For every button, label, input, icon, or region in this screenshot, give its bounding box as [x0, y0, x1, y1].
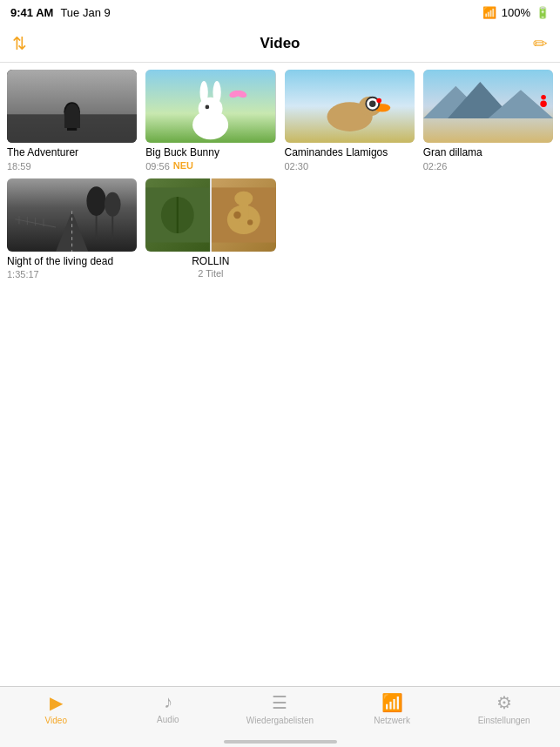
thumb-rollin: [145, 178, 275, 252]
home-indicator: [224, 740, 337, 744]
svg-point-43: [233, 211, 240, 218]
svg-point-23: [540, 100, 546, 106]
svg-point-24: [541, 95, 546, 100]
video-duration-caminandes: 02:30: [285, 161, 309, 172]
video-row-2: Night of the living dead 1:35:17: [0, 172, 560, 280]
video-title-gran: Gran dillama: [423, 146, 553, 160]
tab-playlists[interactable]: ☰ Wiedergabelisten: [224, 692, 336, 725]
edit-icon[interactable]: ✏: [533, 33, 548, 54]
thumb-gran-svg: [423, 70, 553, 143]
tab-playlists-label: Wiedergabelisten: [246, 716, 314, 725]
svg-rect-3: [67, 118, 77, 131]
battery-icon: 🔋: [536, 6, 550, 19]
tab-audio-label: Audio: [157, 715, 179, 724]
svg-point-2: [64, 102, 80, 121]
playlist-item-rollin[interactable]: ROLLIN 2 Titel: [145, 178, 275, 280]
svg-point-35: [105, 192, 121, 216]
thumb-caminandes-svg: [285, 70, 415, 143]
thumb-caminandes: [285, 70, 415, 143]
svg-point-7: [200, 81, 208, 104]
header: ⇅ Video ✏: [0, 24, 560, 63]
tab-video-label: Video: [45, 716, 67, 725]
video-title-night: Night of the living dead: [7, 255, 137, 269]
svg-point-8: [213, 81, 221, 104]
tab-video[interactable]: ▶ Video: [0, 692, 112, 725]
thumb-bigbuck: [145, 70, 275, 143]
svg-point-44: [247, 219, 253, 225]
video-duration-night: 1:35:17: [7, 269, 39, 279]
playlist-count-rollin: 2 Titel: [145, 268, 275, 279]
video-duration-adventurer: 18:59: [7, 161, 31, 172]
status-time: 9:41 AM: [10, 6, 53, 19]
video-item-adventurer[interactable]: The Adventurer 18:59: [7, 70, 137, 172]
tab-settings-icon: ⚙: [496, 692, 512, 713]
video-duration-gran: 02:26: [423, 161, 448, 172]
video-row-1: The Adventurer 18:59: [0, 63, 560, 172]
playlist-title-rollin: ROLLIN: [145, 255, 275, 267]
status-right: 📶 100% 🔋: [482, 6, 550, 19]
tab-playlists-icon: ☰: [272, 692, 287, 713]
tab-network-label: Netzwerk: [374, 716, 410, 725]
thumb-night-svg: [7, 178, 137, 252]
thumb-adventurer: [7, 70, 137, 143]
video-item-bigbuck[interactable]: Big Buck Bunny 09:56 NEU: [145, 70, 275, 172]
duration-row-gran: 02:26: [423, 160, 553, 172]
wifi-icon: 📶: [482, 6, 496, 19]
tab-audio[interactable]: ♪ Audio: [112, 692, 225, 724]
duration-row-bigbuck: 09:56 NEU: [145, 160, 275, 172]
tab-video-icon: ▶: [50, 692, 63, 713]
duration-row-night: 1:35:17: [7, 268, 137, 279]
tab-network[interactable]: 📶 Netzwerk: [336, 692, 449, 725]
rollin-sub-thumb-1: [145, 178, 210, 252]
badge-new-bigbuck: NEU: [173, 160, 193, 171]
svg-point-33: [86, 186, 105, 216]
tab-bar: ▶ Video ♪ Audio ☰ Wiedergabelisten 📶 Net…: [0, 686, 560, 747]
video-title-bigbuck: Big Buck Bunny: [145, 146, 275, 160]
video-item-gran[interactable]: Gran dillama 02:26: [423, 70, 553, 172]
duration-row-caminandes: 02:30: [285, 160, 415, 172]
tab-settings-label: Einstellungen: [478, 716, 530, 725]
tab-settings[interactable]: ⚙ Einstellungen: [448, 692, 560, 725]
tab-audio-icon: ♪: [164, 692, 172, 712]
video-title-caminandes: Caminandes Llamigos: [285, 146, 415, 160]
status-bar: 9:41 AM Tue Jan 9 📶 100% 🔋: [0, 0, 560, 24]
tab-network-icon: 📶: [381, 692, 403, 713]
svg-point-42: [234, 191, 253, 205]
duration-row-adventurer: 18:59: [7, 160, 137, 172]
thumb-adventurer-svg: [7, 70, 137, 143]
battery-percentage: 100%: [502, 6, 530, 19]
sort-icon[interactable]: ⇅: [12, 33, 27, 54]
rollin-sub1-svg: [145, 178, 210, 252]
video-title-adventurer: The Adventurer: [7, 146, 137, 160]
svg-point-17: [369, 100, 375, 106]
rollin-sub2-svg: [212, 178, 276, 252]
thumb-bigbuck-svg: [145, 70, 275, 143]
video-item-night[interactable]: Night of the living dead 1:35:17: [7, 178, 137, 280]
svg-point-18: [376, 98, 381, 104]
thumb-gran: [423, 70, 553, 143]
thumb-night: [7, 178, 137, 252]
page-title: Video: [260, 35, 300, 52]
video-item-caminandes[interactable]: Caminandes Llamigos 02:30: [285, 70, 415, 172]
status-date: Tue Jan 9: [60, 6, 110, 19]
video-duration-bigbuck: 09:56: [145, 161, 170, 172]
svg-point-9: [206, 105, 210, 110]
rollin-sub-thumb-2: [212, 178, 276, 252]
